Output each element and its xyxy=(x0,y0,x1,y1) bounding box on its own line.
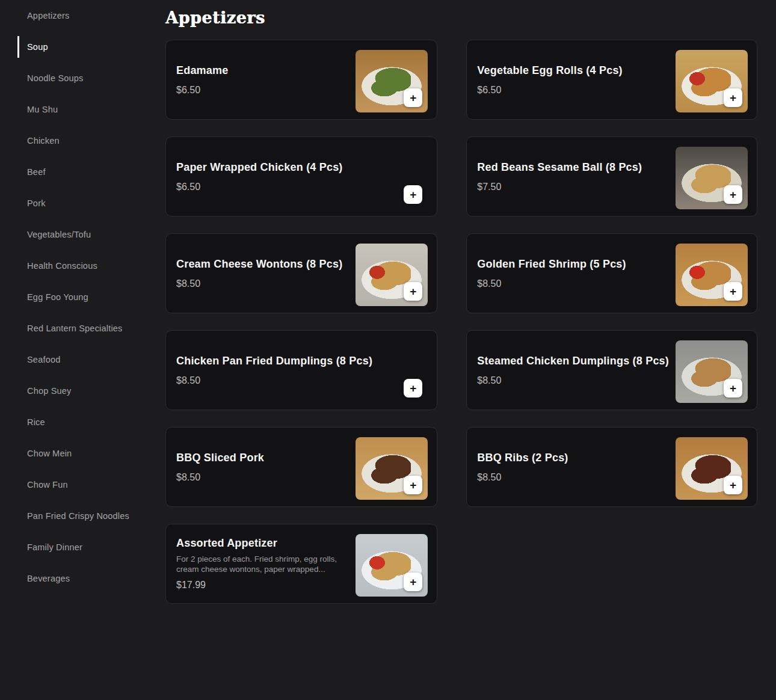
item-name: Golden Fried Shrimp (5 Pcs) xyxy=(477,258,669,271)
sidebar-item-noodle-soups[interactable]: Noodle Soups xyxy=(0,63,165,94)
item-name: Vegetable Egg Rolls (4 Pcs) xyxy=(477,64,669,77)
item-price: $8.50 xyxy=(176,278,349,289)
sidebar-item-rice[interactable]: Rice xyxy=(0,407,165,438)
item-name: Chicken Pan Fried Dumplings (8 Pcs) xyxy=(176,355,419,367)
sidebar-item-label: Chow Fun xyxy=(27,480,68,490)
sidebar-item-egg-foo-young[interactable]: Egg Foo Young xyxy=(0,281,165,313)
add-item-button[interactable]: + xyxy=(724,379,742,398)
item-price: $8.50 xyxy=(477,375,669,386)
sidebar-item-family-dinner[interactable]: Family Dinner xyxy=(0,532,165,563)
item-name: Red Beans Sesame Ball (8 Pcs) xyxy=(477,161,669,174)
menu-section: Appetizers Edamame $6.50 + Vegetable Egg… xyxy=(165,0,776,700)
item-price: $6.50 xyxy=(176,85,349,96)
category-nav: Appetizers Soup Noodle Soups Mu Shu Chic… xyxy=(0,0,165,594)
sidebar-item-chow-mein[interactable]: Chow Mein xyxy=(0,438,165,469)
sidebar-item-label: Family Dinner xyxy=(27,542,82,552)
sidebar-item-appetizers[interactable]: Appetizers xyxy=(0,0,165,31)
item-name: BBQ Ribs (2 Pcs) xyxy=(477,452,669,464)
menu-item-card[interactable]: Red Beans Sesame Ball (8 Pcs) $7.50 + xyxy=(466,137,757,216)
item-name: Steamed Chicken Dumplings (8 Pcs) xyxy=(477,355,669,367)
add-item-button[interactable]: + xyxy=(404,379,422,398)
menu-item-card[interactable]: Paper Wrapped Chicken (4 Pcs) $6.50 + xyxy=(165,137,437,216)
sidebar-item-label: Beverages xyxy=(27,574,70,583)
add-item-button[interactable]: + xyxy=(724,476,742,494)
sidebar-item-label: Noodle Soups xyxy=(27,73,84,83)
sidebar-item-label: Egg Foo Young xyxy=(27,292,88,302)
sidebar-item-mu-shu[interactable]: Mu Shu xyxy=(0,94,165,125)
menu-grid: Edamame $6.50 + Vegetable Egg Rolls (4 P… xyxy=(165,40,757,604)
item-name: Paper Wrapped Chicken (4 Pcs) xyxy=(176,161,419,174)
sidebar-item-pan-fried-crispy-noodles[interactable]: Pan Fried Crispy Noodles xyxy=(0,500,165,532)
sidebar-item-label: Mu Shu xyxy=(27,105,58,114)
menu-item-card[interactable]: Cream Cheese Wontons (8 Pcs) $8.50 + xyxy=(165,233,437,313)
item-price: $6.50 xyxy=(176,182,419,192)
item-price: $8.50 xyxy=(176,375,419,386)
add-item-button[interactable]: + xyxy=(724,282,742,301)
item-price: $17.99 xyxy=(176,580,349,591)
page-title: Appetizers xyxy=(165,10,757,26)
item-name: Edamame xyxy=(176,64,349,77)
menu-item-card[interactable]: Edamame $6.50 + xyxy=(165,40,437,120)
sidebar-item-label: Health Conscious xyxy=(27,261,97,271)
add-item-button[interactable]: + xyxy=(404,185,422,204)
item-price: $8.50 xyxy=(477,472,669,483)
add-item-button[interactable]: + xyxy=(404,573,422,591)
item-name: BBQ Sliced Pork xyxy=(176,452,349,464)
sidebar-item-label: Soup xyxy=(27,42,48,52)
sidebar-item-pork[interactable]: Pork xyxy=(0,188,165,219)
item-name: Cream Cheese Wontons (8 Pcs) xyxy=(176,258,349,271)
sidebar-item-label: Chicken xyxy=(27,136,60,146)
item-name: Assorted Appetizer xyxy=(176,537,349,550)
sidebar-item-label: Appetizers xyxy=(27,11,70,20)
menu-item-card[interactable]: Vegetable Egg Rolls (4 Pcs) $6.50 + xyxy=(466,40,757,120)
menu-item-card[interactable]: Golden Fried Shrimp (5 Pcs) $8.50 + xyxy=(466,233,757,313)
add-item-button[interactable]: + xyxy=(404,282,422,301)
sidebar-item-label: Seafood xyxy=(27,355,60,364)
sidebar-item-chicken[interactable]: Chicken xyxy=(0,125,165,156)
sidebar-item-label: Beef xyxy=(27,167,46,177)
menu-item-card[interactable]: Steamed Chicken Dumplings (8 Pcs) $8.50 … xyxy=(466,330,757,410)
sidebar-item-chop-suey[interactable]: Chop Suey xyxy=(0,375,165,407)
item-description: For 2 pieces of each. Fried shrimp, egg … xyxy=(176,554,349,574)
item-price: $7.50 xyxy=(477,182,669,192)
menu-item-card[interactable]: BBQ Sliced Pork $8.50 + xyxy=(165,427,437,507)
menu-item-card[interactable]: Assorted Appetizer For 2 pieces of each.… xyxy=(165,524,437,604)
item-price: $6.50 xyxy=(477,85,669,96)
item-price: $8.50 xyxy=(477,278,669,289)
menu-item-card[interactable]: Chicken Pan Fried Dumplings (8 Pcs) $8.5… xyxy=(165,330,437,410)
sidebar-item-label: Vegetables/Tofu xyxy=(27,230,91,239)
item-price: $8.50 xyxy=(176,472,349,483)
menu-item-card[interactable]: BBQ Ribs (2 Pcs) $8.50 + xyxy=(466,427,757,507)
sidebar-item-soup[interactable]: Soup xyxy=(0,31,165,63)
sidebar-item-label: Rice xyxy=(27,417,45,427)
sidebar-item-label: Chow Mein xyxy=(27,449,72,458)
add-item-button[interactable]: + xyxy=(404,88,422,107)
sidebar-item-label: Pork xyxy=(27,198,46,208)
add-item-button[interactable]: + xyxy=(724,185,742,204)
sidebar-item-vegetables-tofu[interactable]: Vegetables/Tofu xyxy=(0,219,165,250)
sidebar-item-label: Chop Suey xyxy=(27,386,72,396)
sidebar-item-beef[interactable]: Beef xyxy=(0,156,165,188)
add-item-button[interactable]: + xyxy=(724,88,742,107)
sidebar-item-health-conscious[interactable]: Health Conscious xyxy=(0,250,165,281)
sidebar-item-label: Pan Fried Crispy Noodles xyxy=(27,511,129,521)
sidebar-item-beverages[interactable]: Beverages xyxy=(0,563,165,594)
sidebar-item-red-lantern-specialties[interactable]: Red Lantern Specialties xyxy=(0,313,165,344)
category-sidebar: Appetizers Soup Noodle Soups Mu Shu Chic… xyxy=(0,0,165,700)
add-item-button[interactable]: + xyxy=(404,476,422,494)
sidebar-item-chow-fun[interactable]: Chow Fun xyxy=(0,469,165,500)
sidebar-item-label: Red Lantern Specialties xyxy=(27,324,123,333)
sidebar-item-seafood[interactable]: Seafood xyxy=(0,344,165,375)
